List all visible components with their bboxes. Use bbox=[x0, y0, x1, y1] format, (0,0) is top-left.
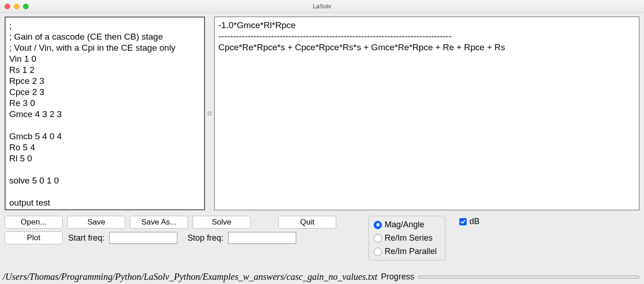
start-freq-label: Start freq: bbox=[68, 233, 105, 243]
maximize-icon[interactable] bbox=[23, 4, 29, 9]
plot-mode-radio-group: Mag/Angle Re/Im Series Re/Im Parallel bbox=[369, 216, 445, 260]
db-checkbox[interactable]: dB bbox=[459, 217, 480, 226]
radio-icon bbox=[374, 221, 382, 229]
button-grid: Open... Save Save As... Solve Quit Plot … bbox=[5, 216, 336, 244]
stop-freq-input[interactable] bbox=[228, 232, 296, 244]
solve-button[interactable]: Solve bbox=[193, 216, 251, 229]
input-editor[interactable] bbox=[5, 17, 205, 210]
radio-label: Mag/Angle bbox=[385, 220, 424, 230]
radio-re-im-parallel[interactable]: Re/Im Parallel bbox=[374, 247, 437, 256]
stop-freq-label: Stop freq: bbox=[187, 233, 223, 243]
content-area: Open... Save Save As... Solve Quit Plot … bbox=[0, 13, 644, 271]
status-file-path: /Users/Thomas/Programming/Python/LaSolv_… bbox=[3, 272, 377, 282]
radio-re-im-series[interactable]: Re/Im Series bbox=[374, 233, 437, 243]
save-button[interactable]: Save bbox=[67, 216, 125, 229]
status-bar: /Users/Thomas/Programming/Python/LaSolv_… bbox=[0, 271, 644, 284]
plot-button[interactable]: Plot bbox=[5, 231, 63, 244]
radio-icon bbox=[374, 234, 382, 243]
quit-button[interactable]: Quit bbox=[278, 216, 336, 229]
open-button[interactable]: Open... bbox=[5, 216, 63, 229]
radio-label: Re/Im Series bbox=[385, 233, 433, 243]
controls-row: Open... Save Save As... Solve Quit Plot … bbox=[5, 216, 639, 260]
close-icon[interactable] bbox=[5, 4, 10, 9]
start-freq-input[interactable] bbox=[109, 232, 177, 244]
splitter-handle-icon bbox=[208, 112, 211, 115]
radio-icon bbox=[374, 248, 382, 256]
progress-label: Progress bbox=[381, 272, 414, 282]
radio-mag-angle[interactable]: Mag/Angle bbox=[374, 220, 437, 230]
radio-label: Re/Im Parallel bbox=[385, 247, 437, 256]
checkbox-icon bbox=[459, 218, 467, 225]
output-viewer[interactable] bbox=[214, 17, 639, 210]
pane-splitter[interactable] bbox=[207, 17, 212, 210]
titlebar: LaSolv bbox=[0, 0, 644, 13]
progress-bar bbox=[418, 276, 639, 278]
editor-panes bbox=[5, 17, 639, 210]
app-window: LaSolv Open... Save Save As... Solve Qui… bbox=[0, 0, 644, 284]
window-controls bbox=[5, 4, 29, 9]
window-title: LaSolv bbox=[313, 3, 331, 10]
save-as-button[interactable]: Save As... bbox=[130, 216, 188, 229]
minimize-icon[interactable] bbox=[14, 4, 19, 9]
checkbox-label: dB bbox=[469, 217, 480, 226]
